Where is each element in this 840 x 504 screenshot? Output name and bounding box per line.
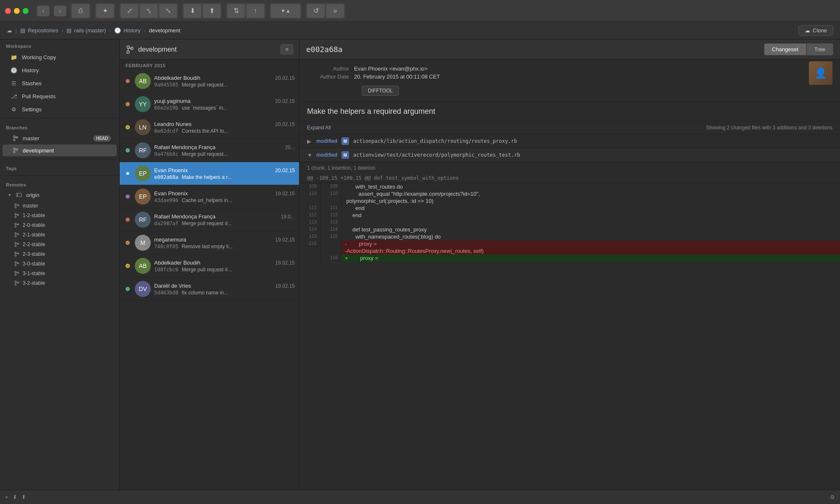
commit-date-c3: 20.02.15	[275, 121, 295, 127]
remote-origin-group[interactable]: ▼ origin	[0, 189, 119, 201]
remote-branch-3-1-stable[interactable]: 3-1-stable	[3, 269, 117, 278]
back-button[interactable]: ‹	[37, 5, 50, 16]
remote-branch-2-0-stable[interactable]: 2-0-stable	[3, 220, 117, 230]
commit-author-c2: yuuji.yaginuma	[154, 98, 191, 104]
fetch-button[interactable]: ⇅	[227, 4, 245, 18]
commit-title-section: Make the helpers a required argument	[299, 102, 840, 121]
commit-item-c9[interactable]: AB Abdelkader Boudih 19.02.15 108fcbc6 M…	[120, 255, 299, 278]
file-status-2: modified	[316, 152, 337, 158]
changeset-view-button[interactable]: Changeset	[764, 43, 806, 55]
commit-item-c4[interactable]: RF Rafael Mendonça França 20... 9a476b8c…	[120, 139, 299, 162]
commit-info-c6: Evan Phoenix 19.02.15 43dae996 Cache url…	[154, 190, 295, 203]
commit-graph-c7	[124, 218, 131, 222]
collapse-button[interactable]: ⤣	[140, 4, 158, 18]
commit-date-c8: 19.02.15	[275, 237, 295, 243]
more-button[interactable]: »	[326, 4, 344, 18]
sidebar-item-pull-requests[interactable]: ⎇ Pull Requests	[3, 90, 117, 102]
commit-item-c8[interactable]: M meganemura 19.02.15 740c0f05 Remove la…	[120, 231, 299, 255]
difftool-button[interactable]: DIFFTOOL	[362, 86, 399, 96]
date-group-label: FEBRUARY 2015	[120, 60, 299, 70]
expand-right-button[interactable]: ⤡	[159, 4, 177, 18]
remote-branch-3-2-stable[interactable]: 3-2-stable	[3, 278, 117, 288]
remote-branch-1-2-stable[interactable]: 1-2-stable	[3, 211, 117, 220]
settings-icon: ⚙	[10, 105, 18, 113]
commit-avatar-c3: LN	[135, 119, 151, 135]
diff-line-6: 114 114 def test_passing_routes_proxy	[299, 226, 840, 233]
remote-branch-label: master	[23, 203, 38, 209]
commit-author-c1: Abdelkader Boudih	[154, 75, 200, 81]
master-label: master	[23, 135, 39, 142]
minimize-button[interactable]	[14, 8, 20, 14]
remote-branch-label: 2-0-stable	[23, 222, 45, 228]
commit-author-c8: meganemura	[154, 236, 186, 243]
remote-branch-3-0-stable[interactable]: 3-0-stable	[3, 259, 117, 268]
file-row-1[interactable]: ▶ modified M actionpack/lib/action_dispa…	[299, 134, 840, 148]
commit-item-c7[interactable]: RF Rafael Mendonça França 19.0... da2987…	[120, 208, 299, 231]
commit-item-c2[interactable]: YY yuuji.yaginuma 20.02.15 66e2e19b use …	[120, 93, 299, 116]
diff-line-num-r-9	[320, 247, 341, 255]
stashes-label: Stashes	[22, 80, 42, 87]
commit-item-c6[interactable]: EP Evan Phoenix 19.02.15 43dae996 Cache …	[120, 185, 299, 208]
branch-icon-dev	[12, 147, 19, 154]
history-label: History	[123, 27, 140, 34]
diff-line-code-2: polymorphic_url(:projects, :id => 10)	[341, 197, 840, 205]
diff-line-code-4: end	[341, 212, 840, 219]
tree-view-button[interactable]: Tree	[806, 43, 833, 55]
breadcrumb-repo[interactable]: ▤ rails (master)	[66, 27, 106, 34]
sidebar: Workspace 📁 Working Copy 🕐 History ☰ Sta…	[0, 39, 120, 490]
commit-item-c10[interactable]: DV Daniël de Vries 19.02.15 5d463bd0 fix…	[120, 278, 299, 301]
file-toggle-1[interactable]: ▶	[307, 138, 312, 144]
breadcrumb-history[interactable]: 🕐 History	[114, 27, 140, 34]
commit-avatar-c7: RF	[135, 212, 151, 228]
close-button[interactable]	[5, 8, 11, 14]
author-date-label: Author Date	[307, 74, 349, 80]
sidebar-item-history[interactable]: 🕐 History	[3, 64, 117, 76]
stash-button[interactable]: ↺	[307, 4, 325, 18]
remote-branch-2-1-stable[interactable]: 2-1-stable	[3, 230, 117, 239]
remote-icon	[15, 191, 23, 199]
workspace-button[interactable]: ⎙	[72, 4, 89, 18]
remote-branch-master[interactable]: master	[3, 201, 117, 210]
branch-master[interactable]: master HEAD	[3, 132, 117, 144]
commit-item-c1[interactable]: AB Abdelkader Boudih 20.02.15 9a045585 M…	[120, 70, 299, 93]
expand-all-button[interactable]: Expand All	[307, 125, 331, 131]
merge-button[interactable]: ↑	[247, 4, 264, 18]
branch-button[interactable]: ▼▲	[271, 4, 300, 18]
expand-left-button[interactable]: ⤢	[121, 4, 138, 18]
branch-development[interactable]: development	[3, 144, 117, 156]
history-label: History	[22, 67, 39, 74]
bottom-fetch-button[interactable]: ⬇	[13, 494, 17, 500]
commit-pane-menu-button[interactable]: ≡	[281, 44, 293, 55]
push-button[interactable]: ⬆	[203, 4, 220, 18]
breadcrumb-repositories[interactable]: ▤ Repositories	[20, 27, 58, 34]
bottom-settings-button[interactable]: ⚙	[830, 494, 835, 500]
commit-item-c3[interactable]: LN Leandro Nunes 20.02.15 8e02dcdf Corre…	[120, 116, 299, 139]
forward-button[interactable]: ›	[54, 5, 66, 16]
bottom-push-button[interactable]: ⬆	[21, 494, 26, 500]
clone-button[interactable]: ☁ Clone	[798, 25, 833, 36]
remote-branch-2-2-stable[interactable]: 2-2-stable	[3, 240, 117, 249]
add-button[interactable]: +	[5, 494, 8, 500]
sidebar-item-settings[interactable]: ⚙ Settings	[3, 103, 117, 116]
refresh-button[interactable]: ✦	[96, 4, 114, 18]
commit-avatar-c10: DV	[135, 281, 151, 297]
diff-line-code-9: -ActionDispatch::Routing::RoutesProxy.ne…	[341, 247, 840, 255]
remotes-label: Remotes	[0, 178, 119, 189]
svg-point-27	[15, 245, 16, 247]
commit-avatar-c4: RF	[135, 142, 151, 158]
pull-button[interactable]: ⬇	[184, 4, 201, 18]
fullscreen-button[interactable]	[23, 8, 29, 14]
remote-branch-label: 2-2-stable	[23, 242, 45, 247]
cloud-icon[interactable]: ☁	[7, 27, 12, 34]
commit-item-c5[interactable]: EP Evan Phoenix 20.02.15 e002a68a Make t…	[120, 162, 299, 185]
breadcrumb-sep-3: ›	[144, 28, 146, 34]
breadcrumb-bar: ☁ | ▤ Repositories › ▤ rails (master) › …	[0, 22, 840, 39]
remote-branch-2-3-stable[interactable]: 2-3-stable	[3, 249, 117, 259]
file-row-2[interactable]: ▼ modified M actionview/test/activerecor…	[299, 148, 840, 162]
commit-id-label: e002a68a	[306, 45, 764, 54]
diff-line-num-l-6: 114	[299, 226, 320, 233]
view-toggle: Changeset Tree	[764, 43, 833, 55]
sidebar-item-stashes[interactable]: ☰ Stashes	[3, 77, 117, 89]
file-toggle-2[interactable]: ▼	[307, 152, 312, 158]
sidebar-item-working-copy[interactable]: 📁 Working Copy	[3, 51, 117, 63]
